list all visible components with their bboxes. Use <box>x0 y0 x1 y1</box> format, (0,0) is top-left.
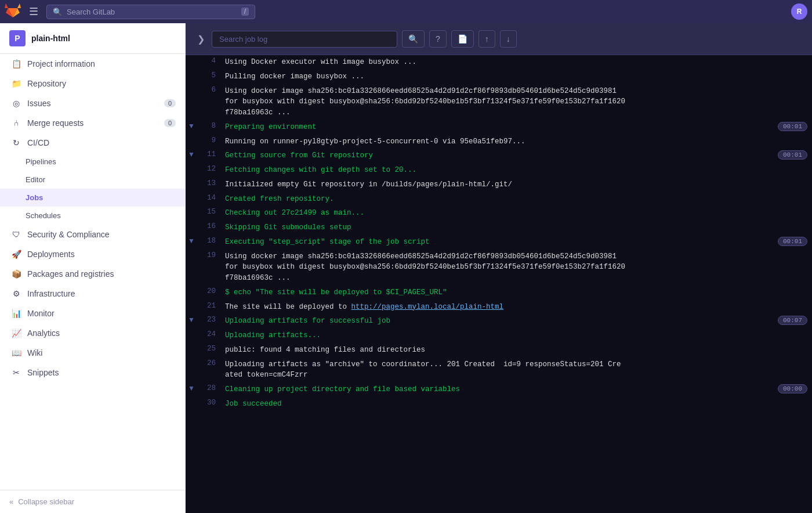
line-text: Uploading artifacts for successful job <box>223 315 778 328</box>
log-line: 24Uploading artifacts... <box>186 328 812 343</box>
sidebar-item-label: Packages and registries <box>27 269 114 279</box>
sidebar-item-project-information[interactable]: 📋 Project information <box>0 54 185 74</box>
expand-section-button[interactable]: ▼ <box>186 316 197 324</box>
sidebar: P plain-html 📋 Project information 📁 Rep… <box>0 23 186 513</box>
log-line: ▼28Cleaning up project directory and fil… <box>186 382 812 397</box>
packages-icon: 📦 <box>11 269 21 279</box>
user-avatar[interactable]: R <box>791 3 807 20</box>
project-name: plain-html <box>31 34 70 43</box>
line-actions <box>186 193 202 194</box>
line-actions <box>186 164 202 165</box>
slash-shortcut: / <box>241 8 249 16</box>
schedules-label: Schedules <box>26 211 61 220</box>
collapse-sidebar-button[interactable]: « Collapse sidebar <box>0 490 185 513</box>
project-header: P plain-html <box>0 23 185 54</box>
infrastructure-icon: ⚙ <box>11 289 21 298</box>
topbar: ☰ 🔍 Search GitLab / R <box>0 0 812 23</box>
sidebar-sub-jobs[interactable]: Jobs <box>0 189 185 207</box>
sidebar-item-security[interactable]: 🛡 Security & Compliance <box>0 225 185 244</box>
line-text: Preparing environment <box>223 121 778 134</box>
sidebar-item-label: Security & Compliance <box>27 230 110 239</box>
log-line: 19Using docker image sha256:bc01a3326866… <box>186 250 812 286</box>
scroll-top-button[interactable]: ❯ <box>195 31 207 47</box>
expand-section-button[interactable]: ▼ <box>186 237 197 245</box>
line-text: Pulling docker image busybox ... <box>223 70 812 84</box>
log-line: 9Running on runner-pyl8gtyb-project-5-co… <box>186 135 812 149</box>
security-icon: 🛡 <box>11 230 21 239</box>
line-text: The site will be deployed to http://page… <box>223 301 812 314</box>
line-duration: 00:07 <box>778 316 807 325</box>
line-number: 25 <box>202 344 223 353</box>
global-search-bar[interactable]: 🔍 Search GitLab / <box>46 5 255 19</box>
expand-section-button[interactable]: ▼ <box>186 122 197 130</box>
log-line: 4Using Docker executor with image busybo… <box>186 55 812 70</box>
sidebar-sub-schedules[interactable]: Schedules <box>0 207 185 225</box>
search-job-button[interactable]: 🔍 <box>402 30 425 48</box>
sidebar-item-monitor[interactable]: 📊 Monitor <box>0 304 185 323</box>
hamburger-button[interactable]: ☰ <box>26 3 42 20</box>
line-text: Job succeeded <box>223 398 812 411</box>
sidebar-sub-pipelines[interactable]: Pipelines <box>0 153 185 171</box>
log-link[interactable]: http://pages.mylan.local/plain-html <box>351 303 504 311</box>
deployments-icon: 🚀 <box>11 250 21 259</box>
line-number: 19 <box>202 250 223 259</box>
sidebar-item-label: CI/CD <box>27 138 49 147</box>
line-text: $ echo "The site will be deployed to $CI… <box>223 286 812 299</box>
sidebar-item-analytics[interactable]: 📈 Analytics <box>0 323 185 343</box>
sidebar-item-label: Deployments <box>27 250 75 259</box>
line-number: 12 <box>202 164 223 173</box>
sidebar-item-repository[interactable]: 📁 Repository <box>0 74 185 93</box>
expand-section-button[interactable]: ▼ <box>186 150 197 158</box>
line-number: 16 <box>202 221 223 230</box>
merge-requests-badge: 0 <box>164 119 176 127</box>
line-number: 8 <box>202 121 223 130</box>
sidebar-item-infrastructure[interactable]: ⚙ Infrastructure <box>0 284 185 304</box>
line-text: Getting source from Git repository <box>223 149 778 162</box>
topbar-right: R <box>791 3 807 20</box>
sidebar-item-packages[interactable]: 📦 Packages and registries <box>0 264 185 284</box>
sidebar-item-merge-requests[interactable]: ⑃ Merge requests 0 <box>0 113 185 133</box>
line-number: 26 <box>202 358 223 367</box>
sidebar-sub-editor[interactable]: Editor <box>0 171 185 189</box>
help-button[interactable]: ? <box>429 30 447 48</box>
sidebar-item-wiki[interactable]: 📖 Wiki <box>0 343 185 363</box>
line-text: Using docker image sha256:bc01a3326866ee… <box>223 85 812 120</box>
sidebar-item-deployments[interactable]: 🚀 Deployments <box>0 244 185 264</box>
job-content-area: ❯ 🔍 ? 📄 ↑ ↓ 4Using Docker executor with … <box>186 23 812 513</box>
line-actions <box>186 398 202 399</box>
log-line: 30Job succeeded <box>186 397 812 411</box>
project-info-icon: 📋 <box>11 59 21 68</box>
log-line: ▼23Uploading artifacts for successful jo… <box>186 314 812 328</box>
line-actions: ▼ <box>186 383 202 392</box>
search-job-input[interactable] <box>212 31 397 48</box>
log-line: 26Uploading artifacts as "archive" to co… <box>186 357 812 383</box>
line-actions <box>186 344 202 345</box>
issues-badge: 0 <box>164 99 176 107</box>
line-number: 11 <box>202 149 223 158</box>
collapse-sidebar-label: Collapse sidebar <box>18 497 74 506</box>
line-text: Initialized empty Git repository in /bui… <box>223 178 812 192</box>
log-line: 16Skipping Git submodules setup <box>186 221 812 235</box>
sidebar-item-issues[interactable]: ◎ Issues 0 <box>0 93 185 113</box>
snippets-icon: ✂ <box>11 368 21 377</box>
issues-icon: ◎ <box>11 99 21 108</box>
sidebar-item-label: Merge requests <box>27 118 84 128</box>
log-line: 6Using docker image sha256:bc01a3326866e… <box>186 84 812 120</box>
job-log-output[interactable]: 4Using Docker executor with image busybo… <box>186 55 812 513</box>
log-line: ▼8Preparing environment00:01 <box>186 120 812 135</box>
line-actions <box>186 135 202 136</box>
collapse-chevron-icon: « <box>9 497 13 506</box>
log-line: 20$ echo "The site will be deployed to $… <box>186 286 812 300</box>
sidebar-item-cicd[interactable]: ↻ CI/CD <box>0 133 185 153</box>
scroll-bottom-button[interactable]: ↓ <box>500 30 517 48</box>
line-actions: ▼ <box>186 236 202 245</box>
raw-log-button[interactable]: 📄 <box>451 30 474 48</box>
sidebar-item-label: Issues <box>27 99 50 108</box>
log-line: 25public: found 4 matching files and dir… <box>186 343 812 357</box>
sidebar-item-snippets[interactable]: ✂ Snippets <box>0 363 185 382</box>
expand-section-button[interactable]: ▼ <box>186 384 197 392</box>
log-line: 13Initialized empty Git repository in /b… <box>186 178 812 192</box>
line-number: 28 <box>202 383 223 392</box>
line-text: Checking out 27c21499 as main... <box>223 207 812 220</box>
scroll-top-icon-button[interactable]: ↑ <box>478 30 495 48</box>
